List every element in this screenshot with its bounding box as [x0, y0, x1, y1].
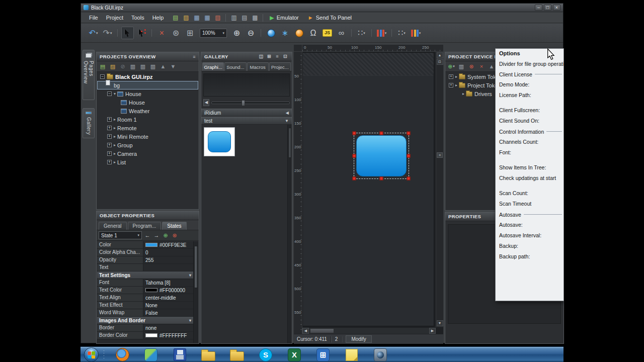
transfer-app-icon[interactable]	[142, 348, 159, 362]
tree-item-room-1[interactable]: +▸Room 1	[97, 115, 198, 124]
copy-page-icon[interactable]: ▥	[138, 62, 147, 71]
tree-expander-icon[interactable]: +	[107, 126, 112, 130]
skype-icon[interactable]: S	[257, 348, 274, 362]
view-large-icon[interactable]: ◫	[258, 53, 265, 60]
tree-item-house[interactable]: House	[97, 98, 198, 107]
close-button[interactable]: ×	[553, 5, 560, 11]
menu-file[interactable]: File	[85, 14, 102, 22]
script-editor-icon[interactable]: ▩	[250, 13, 260, 22]
tab-general[interactable]: General	[99, 222, 127, 230]
selection-handle[interactable]	[407, 132, 411, 135]
save-floppy-icon[interactable]	[171, 348, 188, 362]
move-up-icon[interactable]: ▲	[158, 62, 168, 71]
selection-handle[interactable]	[380, 177, 383, 180]
distribute-options-icon[interactable]: ▾	[410, 27, 422, 39]
popup-item-autosave-interval[interactable]: Autosave Interval:	[496, 230, 564, 241]
sticky-notes-icon[interactable]	[343, 348, 360, 362]
tree-item-group[interactable]: +▸Group	[97, 141, 198, 149]
popup-item-backup-path[interactable]: Backup path:	[496, 251, 564, 262]
slider-thumb[interactable]	[242, 100, 245, 106]
selection-handle[interactable]	[407, 154, 411, 158]
tree-expander-icon[interactable]: +	[449, 74, 453, 79]
link-icon[interactable]: ∞	[335, 27, 348, 39]
start-button[interactable]	[84, 347, 99, 362]
zoom-out-icon[interactable]: ⊖	[245, 27, 257, 39]
zoom-page-icon[interactable]: ⊡	[437, 59, 443, 65]
tree-expander-icon[interactable]: +	[107, 151, 112, 156]
folder-icon[interactable]	[200, 348, 217, 362]
tree-expander-icon[interactable]: −	[100, 74, 105, 79]
save-all-icon[interactable]: ▦	[202, 13, 212, 22]
scrollbar-thumb[interactable]: ≡	[437, 152, 443, 158]
excel-icon[interactable]: X	[286, 348, 303, 362]
snowflake-icon[interactable]: ∗	[279, 27, 291, 39]
thumbnail-size-slider[interactable]	[211, 102, 290, 104]
select-tool-icon[interactable]	[121, 27, 134, 39]
scroll-up-icon[interactable]: ▲	[437, 52, 443, 58]
zoom-in-icon[interactable]: ⊕	[230, 27, 243, 39]
gallery-tab-graphi[interactable]: Graphi...	[202, 62, 224, 71]
property-grid-scrollbar[interactable]	[193, 241, 198, 343]
popup-item-demo-mode[interactable]: Demo Mode:	[496, 79, 564, 90]
state-select[interactable]: State 1 ▾	[99, 231, 142, 239]
property-group-text-settings[interactable]: Text Settings▾	[97, 272, 193, 279]
omega-icon[interactable]: Ω	[307, 27, 319, 39]
selection-handle[interactable]	[380, 132, 383, 135]
scroll-left-icon[interactable]: ◀	[302, 328, 309, 334]
scrollbar-thumb[interactable]	[194, 246, 198, 288]
popup-item-client-fullscreen[interactable]: Client Fullscreen:	[496, 105, 564, 116]
gallery-tab-macros[interactable]: Macros	[247, 62, 269, 71]
emulator-button[interactable]: ▶ Emulator	[265, 14, 303, 21]
tree-expander-icon[interactable]: +	[107, 160, 112, 164]
add-page-icon[interactable]: ▤	[98, 62, 107, 71]
horizontal-scrollbar[interactable]: ◀ ▶	[302, 327, 436, 334]
tree-expander-icon[interactable]: +	[107, 143, 112, 147]
vertical-scrollbar[interactable]: ▲ ⊡ ≡ ▼	[436, 52, 443, 327]
property-value[interactable]: 255	[143, 256, 193, 263]
next-state-icon[interactable]: →	[152, 231, 160, 239]
gallery-section-test[interactable]: test ▼	[201, 117, 292, 125]
tree-item-black-gui-irpz[interactable]: −Black GUI.irpz	[97, 72, 198, 81]
grid-icon[interactable]: ⊞	[184, 27, 196, 39]
remove-device-icon[interactable]: ⊗	[467, 62, 476, 71]
popup-item-autosave[interactable]: Autosave:	[496, 220, 564, 230]
tree-expander-icon[interactable]: +	[107, 117, 112, 122]
property-value[interactable]: 0	[143, 249, 193, 256]
undo-icon[interactable]: ↶▾	[87, 27, 100, 39]
popup-item-client-license[interactable]: Client License	[496, 69, 564, 79]
property-value[interactable]: #00FF9E3E	[143, 241, 193, 248]
tree-item-house[interactable]: −▾House	[97, 89, 198, 98]
maximize-button[interactable]: □	[544, 5, 551, 11]
movie-maker-icon[interactable]	[372, 348, 389, 362]
edit-points-tool-icon[interactable]	[135, 27, 148, 39]
tab-gallery[interactable]: Gallery	[83, 108, 95, 138]
clock-icon[interactable]	[293, 27, 305, 39]
export-project-icon[interactable]: ▧	[213, 13, 222, 22]
selection-handle[interactable]	[407, 177, 411, 180]
tree-expander-icon[interactable]: +	[449, 83, 453, 87]
object-settings-icon[interactable]: ⊛	[170, 27, 182, 39]
popup-item-font[interactable]: Font:	[496, 147, 564, 158]
save-icon[interactable]: ▦	[192, 13, 201, 22]
new-project-icon[interactable]: ▤	[171, 13, 180, 22]
add-device-icon[interactable]: ⊕▾	[447, 62, 456, 71]
property-value[interactable]: Tahoma [8]	[143, 279, 193, 286]
add-state-icon[interactable]: ⊕	[162, 231, 170, 239]
selection-handle[interactable]	[353, 132, 356, 135]
slider-left-button[interactable]: ◀	[203, 99, 209, 106]
popup-item-scan-count[interactable]: Scan Count:	[496, 188, 564, 199]
pages-icon[interactable]: ▥	[128, 62, 137, 71]
clone-page-icon[interactable]: ▥	[148, 62, 157, 71]
firefox-icon[interactable]	[114, 348, 131, 362]
tree-item-remote[interactable]: +▸Remote	[97, 124, 198, 132]
js-script-icon[interactable]: JS	[321, 27, 334, 39]
gallery-tab-sound[interactable]: Sound...	[224, 62, 246, 71]
import-page-icon[interactable]: ▨	[108, 62, 117, 71]
view-details-icon[interactable]: ⊡	[282, 53, 289, 60]
taskbar-grip[interactable]	[103, 349, 106, 359]
selection-handle[interactable]	[353, 177, 356, 180]
property-value[interactable]: center-middle	[143, 294, 193, 301]
delete-device-icon[interactable]: ×	[477, 62, 486, 71]
tree-expander-icon[interactable]: −	[107, 92, 112, 96]
popup-item-license-path[interactable]: License Path:	[496, 90, 564, 101]
